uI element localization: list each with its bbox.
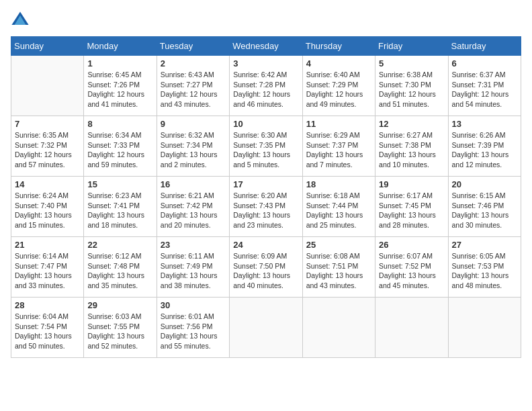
day-number: 4	[306, 58, 371, 68]
day-number: 29	[87, 300, 152, 310]
day-info: Sunrise: 6:14 AMSunset: 7:47 PMDaylight:…	[15, 251, 80, 291]
weekday-header-wednesday: Wednesday	[230, 37, 302, 56]
day-number: 27	[452, 240, 517, 250]
calendar-cell: 25Sunrise: 6:08 AMSunset: 7:51 PMDayligh…	[302, 237, 375, 298]
day-number: 7	[15, 119, 80, 129]
day-number: 1	[87, 58, 152, 68]
calendar-cell: 24Sunrise: 6:09 AMSunset: 7:50 PMDayligh…	[230, 237, 302, 298]
calendar-cell: 23Sunrise: 6:11 AMSunset: 7:49 PMDayligh…	[157, 237, 229, 298]
day-info: Sunrise: 6:08 AMSunset: 7:51 PMDaylight:…	[306, 251, 371, 291]
weekday-header-friday: Friday	[375, 37, 448, 56]
day-info: Sunrise: 6:03 AMSunset: 7:55 PMDaylight:…	[87, 312, 152, 351]
day-info: Sunrise: 6:05 AMSunset: 7:53 PMDaylight:…	[452, 251, 517, 291]
calendar-cell: 22Sunrise: 6:12 AMSunset: 7:48 PMDayligh…	[84, 237, 157, 298]
calendar-cell: 3Sunrise: 6:42 AMSunset: 7:28 PMDaylight…	[230, 56, 302, 116]
calendar-cell: 30Sunrise: 6:01 AMSunset: 7:56 PMDayligh…	[157, 298, 229, 358]
calendar-cell: 6Sunrise: 6:37 AMSunset: 7:31 PMDaylight…	[448, 56, 521, 116]
day-number: 8	[87, 119, 152, 129]
day-number: 16	[161, 179, 226, 189]
day-info: Sunrise: 6:42 AMSunset: 7:28 PMDaylight:…	[233, 70, 298, 109]
day-number: 26	[379, 240, 444, 250]
day-info: Sunrise: 6:11 AMSunset: 7:49 PMDaylight:…	[161, 251, 226, 291]
day-number: 15	[87, 179, 152, 189]
weekday-header-row: SundayMondayTuesdayWednesdayThursdayFrid…	[11, 37, 521, 56]
calendar-cell: 27Sunrise: 6:05 AMSunset: 7:53 PMDayligh…	[448, 237, 521, 298]
day-info: Sunrise: 6:18 AMSunset: 7:44 PMDaylight:…	[306, 191, 371, 230]
day-info: Sunrise: 6:35 AMSunset: 7:32 PMDaylight:…	[15, 130, 80, 170]
day-info: Sunrise: 6:45 AMSunset: 7:26 PMDaylight:…	[87, 70, 152, 109]
calendar-cell: 19Sunrise: 6:17 AMSunset: 7:45 PMDayligh…	[375, 177, 448, 237]
day-number: 2	[161, 58, 226, 68]
calendar-cell	[302, 298, 375, 358]
day-number: 23	[161, 240, 226, 250]
day-info: Sunrise: 6:09 AMSunset: 7:50 PMDaylight:…	[233, 251, 298, 291]
calendar-cell: 9Sunrise: 6:32 AMSunset: 7:34 PMDaylight…	[157, 116, 229, 177]
day-info: Sunrise: 6:40 AMSunset: 7:29 PMDaylight:…	[306, 70, 371, 109]
calendar-cell	[230, 298, 302, 358]
day-info: Sunrise: 6:07 AMSunset: 7:52 PMDaylight:…	[379, 251, 444, 291]
calendar-cell: 20Sunrise: 6:15 AMSunset: 7:46 PMDayligh…	[448, 177, 521, 237]
day-number: 22	[87, 240, 152, 250]
day-number: 5	[379, 58, 444, 68]
day-number: 11	[306, 119, 371, 129]
calendar-cell: 26Sunrise: 6:07 AMSunset: 7:52 PMDayligh…	[375, 237, 448, 298]
calendar-cell: 12Sunrise: 6:27 AMSunset: 7:38 PMDayligh…	[375, 116, 448, 177]
calendar-cell: 18Sunrise: 6:18 AMSunset: 7:44 PMDayligh…	[302, 177, 375, 237]
day-number: 21	[15, 240, 80, 250]
calendar-cell: 1Sunrise: 6:45 AMSunset: 7:26 PMDaylight…	[84, 56, 157, 116]
weekday-header-sunday: Sunday	[11, 37, 84, 56]
day-number: 18	[306, 179, 371, 189]
day-info: Sunrise: 6:32 AMSunset: 7:34 PMDaylight:…	[161, 130, 226, 170]
week-row-4: 21Sunrise: 6:14 AMSunset: 7:47 PMDayligh…	[11, 237, 521, 298]
calendar-cell: 28Sunrise: 6:04 AMSunset: 7:54 PMDayligh…	[11, 298, 84, 358]
day-info: Sunrise: 6:27 AMSunset: 7:38 PMDaylight:…	[379, 130, 444, 170]
day-number: 28	[15, 300, 80, 310]
day-number: 20	[452, 179, 517, 189]
header	[11, 11, 521, 30]
day-info: Sunrise: 6:17 AMSunset: 7:45 PMDaylight:…	[379, 191, 444, 230]
day-number: 14	[15, 179, 80, 189]
day-info: Sunrise: 6:04 AMSunset: 7:54 PMDaylight:…	[15, 312, 80, 351]
day-number: 30	[161, 300, 226, 310]
calendar-cell: 29Sunrise: 6:03 AMSunset: 7:55 PMDayligh…	[84, 298, 157, 358]
day-number: 19	[379, 179, 444, 189]
weekday-header-tuesday: Tuesday	[157, 37, 229, 56]
calendar-cell	[448, 298, 521, 358]
calendar-cell	[375, 298, 448, 358]
day-info: Sunrise: 6:24 AMSunset: 7:40 PMDaylight:…	[15, 191, 80, 230]
logo-icon	[11, 11, 30, 30]
day-info: Sunrise: 6:23 AMSunset: 7:41 PMDaylight:…	[87, 191, 152, 230]
calendar-cell: 16Sunrise: 6:21 AMSunset: 7:42 PMDayligh…	[157, 177, 229, 237]
calendar-cell: 17Sunrise: 6:20 AMSunset: 7:43 PMDayligh…	[230, 177, 302, 237]
day-info: Sunrise: 6:21 AMSunset: 7:42 PMDaylight:…	[161, 191, 226, 230]
calendar-cell: 21Sunrise: 6:14 AMSunset: 7:47 PMDayligh…	[11, 237, 84, 298]
calendar-cell: 4Sunrise: 6:40 AMSunset: 7:29 PMDaylight…	[302, 56, 375, 116]
day-info: Sunrise: 6:20 AMSunset: 7:43 PMDaylight:…	[233, 191, 298, 230]
day-number: 17	[233, 179, 298, 189]
calendar-cell: 5Sunrise: 6:38 AMSunset: 7:30 PMDaylight…	[375, 56, 448, 116]
day-number: 24	[233, 240, 298, 250]
day-info: Sunrise: 6:29 AMSunset: 7:37 PMDaylight:…	[306, 130, 371, 170]
weekday-header-monday: Monday	[84, 37, 157, 56]
day-info: Sunrise: 6:43 AMSunset: 7:27 PMDaylight:…	[161, 70, 226, 109]
day-number: 9	[161, 119, 226, 129]
day-number: 3	[233, 58, 298, 68]
week-row-1: 1Sunrise: 6:45 AMSunset: 7:26 PMDaylight…	[11, 56, 521, 116]
logo	[11, 11, 32, 30]
week-row-3: 14Sunrise: 6:24 AMSunset: 7:40 PMDayligh…	[11, 177, 521, 237]
day-info: Sunrise: 6:01 AMSunset: 7:56 PMDaylight:…	[161, 312, 226, 351]
calendar-cell: 14Sunrise: 6:24 AMSunset: 7:40 PMDayligh…	[11, 177, 84, 237]
calendar-cell: 13Sunrise: 6:26 AMSunset: 7:39 PMDayligh…	[448, 116, 521, 177]
weekday-header-saturday: Saturday	[448, 37, 521, 56]
calendar-cell: 2Sunrise: 6:43 AMSunset: 7:27 PMDaylight…	[157, 56, 229, 116]
calendar-cell	[11, 56, 84, 116]
day-number: 12	[379, 119, 444, 129]
calendar-cell: 11Sunrise: 6:29 AMSunset: 7:37 PMDayligh…	[302, 116, 375, 177]
weekday-header-thursday: Thursday	[302, 37, 375, 56]
calendar-cell: 10Sunrise: 6:30 AMSunset: 7:35 PMDayligh…	[230, 116, 302, 177]
day-info: Sunrise: 6:12 AMSunset: 7:48 PMDaylight:…	[87, 251, 152, 291]
day-number: 6	[452, 58, 517, 68]
day-info: Sunrise: 6:15 AMSunset: 7:46 PMDaylight:…	[452, 191, 517, 230]
calendar-cell: 7Sunrise: 6:35 AMSunset: 7:32 PMDaylight…	[11, 116, 84, 177]
day-number: 10	[233, 119, 298, 129]
